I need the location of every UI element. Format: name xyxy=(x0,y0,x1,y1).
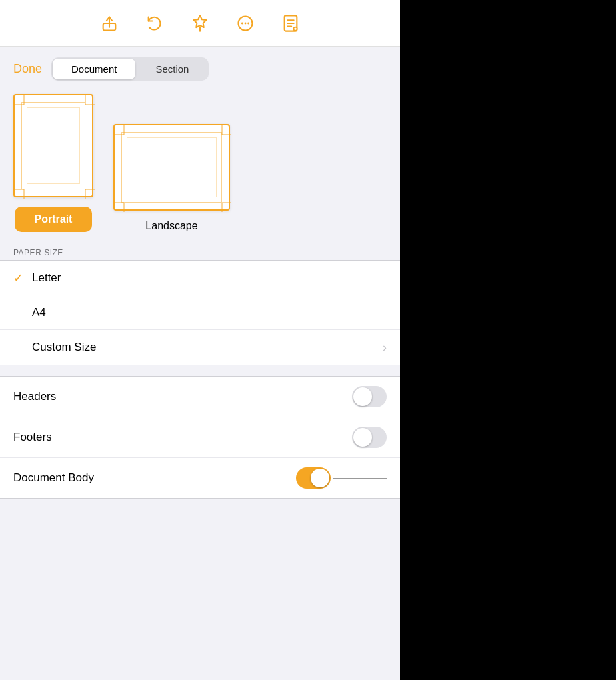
headers-toggle[interactable] xyxy=(352,386,387,407)
document-icon[interactable] xyxy=(280,13,301,34)
svg-point-3 xyxy=(241,22,243,24)
custom-size-label: Custom Size xyxy=(32,341,383,354)
landscape-option[interactable]: Landscape xyxy=(113,124,230,232)
paper-size-custom[interactable]: Custom Size › xyxy=(0,330,400,365)
document-body-row: Document Body xyxy=(0,458,400,498)
tab-document[interactable]: Document xyxy=(53,59,135,79)
footers-row: Footers xyxy=(0,417,400,458)
landscape-label: Landscape xyxy=(145,220,197,232)
custom-chevron-icon: › xyxy=(383,341,387,355)
landscape-preview xyxy=(113,124,230,211)
footers-label: Footers xyxy=(13,431,352,444)
paper-size-letter[interactable]: ✓ Letter xyxy=(0,261,400,295)
footers-toggle-knob xyxy=(353,428,372,447)
undo-icon[interactable] xyxy=(144,13,165,34)
toggle-group: Headers Footers Document Body xyxy=(0,376,400,499)
settings-panel: Done Document Section xyxy=(0,0,400,680)
paper-size-list: ✓ Letter A4 Custom Size › xyxy=(0,260,400,365)
document-body-toggle-knob xyxy=(311,469,329,487)
document-body-label: Document Body xyxy=(13,471,296,485)
header: Done Document Section xyxy=(0,47,400,87)
headers-toggle-knob xyxy=(353,387,372,406)
paper-size-label: PAPER SIZE xyxy=(0,243,400,260)
letter-check: ✓ xyxy=(13,271,32,285)
tab-section[interactable]: Section xyxy=(137,59,207,79)
portrait-button[interactable]: Portrait xyxy=(15,207,93,232)
footers-toggle[interactable] xyxy=(352,427,387,448)
toolbar xyxy=(0,0,400,47)
portrait-preview xyxy=(13,94,93,197)
svg-point-4 xyxy=(245,22,247,24)
headers-row: Headers xyxy=(0,377,400,417)
portrait-option[interactable]: Portrait xyxy=(13,94,93,232)
headers-label: Headers xyxy=(13,390,352,403)
body-line xyxy=(333,478,387,479)
paper-size-a4[interactable]: A4 xyxy=(0,295,400,330)
done-button[interactable]: Done xyxy=(13,61,42,77)
letter-label: Letter xyxy=(32,271,387,285)
a4-label: A4 xyxy=(32,306,387,319)
landscape-corner-marks xyxy=(115,125,229,209)
portrait-corner-marks xyxy=(15,95,92,196)
more-icon[interactable] xyxy=(235,13,256,34)
orientation-section: Portrait Landscape xyxy=(0,87,400,243)
svg-point-5 xyxy=(247,22,249,24)
document-body-toggle[interactable] xyxy=(296,467,331,489)
svg-point-11 xyxy=(294,27,297,30)
segment-control: Document Section xyxy=(51,57,209,81)
pin-icon[interactable] xyxy=(189,13,211,34)
share-icon[interactable] xyxy=(99,13,120,34)
